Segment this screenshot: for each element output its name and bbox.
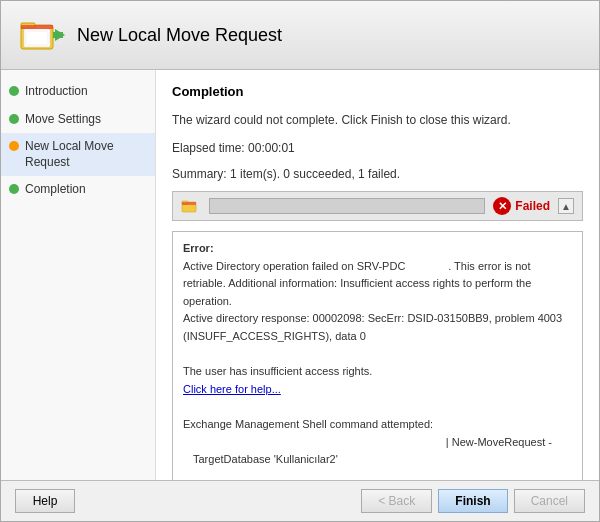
dot-completion [9,184,19,194]
finish-button[interactable]: Finish [438,489,507,513]
title-bar: New Local Move Request [1,1,599,70]
dot-move-settings [9,114,19,124]
dot-introduction [9,86,19,96]
item-icon [181,196,201,216]
sidebar-item-new-local-move[interactable]: New Local Move Request [1,133,155,176]
summary-label: Summary: 1 item(s). 0 succeeded, 1 faile… [172,167,583,181]
error-body: Active Directory operation failed on SRV… [183,258,572,346]
error-title: Error: [183,240,572,258]
failed-badge: ✕ Failed [493,197,550,215]
content-area: Completion The wizard could not complete… [156,70,599,480]
footer: Help < Back Finish Cancel [1,480,599,521]
collapse-button[interactable]: ▲ [558,198,574,214]
error-box: Error: Active Directory operation failed… [172,231,583,480]
sidebar-item-move-settings[interactable]: Move Settings [1,106,155,134]
section-title: Completion [172,84,583,99]
help-button[interactable]: Help [15,489,75,513]
sidebar: Introduction Move Settings New Local Mov… [1,70,156,480]
svg-rect-6 [53,32,63,38]
svg-rect-3 [26,31,48,45]
elapsed-label: Elapsed time: 00:00:01 [172,139,583,157]
window: New Local Move Request Introduction Move… [0,0,600,522]
main-area: Introduction Move Settings New Local Mov… [1,70,599,480]
svg-rect-9 [182,202,196,205]
footer-buttons: < Back Finish Cancel [361,489,585,513]
failed-x-icon: ✕ [493,197,511,215]
cancel-button[interactable]: Cancel [514,489,585,513]
app-icon [17,11,65,59]
shell-label: Exchange Management Shell command attemp… [183,416,572,434]
back-button[interactable]: < Back [361,489,432,513]
target-db: TargetDatabase 'Kullanicılar2' [183,451,572,469]
shell-command: | New-MoveRequest - [183,434,572,452]
progress-row: ✕ Failed ▲ [172,191,583,221]
page-title: New Local Move Request [77,25,282,46]
svg-rect-4 [21,25,53,29]
progress-bar [209,198,485,214]
completion-message: The wizard could not complete. Click Fin… [172,111,583,129]
access-rights-text: The user has insufficient access rights. [183,363,572,381]
dot-new-local-move [9,141,19,151]
help-link[interactable]: Click here for help... [183,381,572,399]
sidebar-item-introduction[interactable]: Introduction [1,78,155,106]
sidebar-item-completion[interactable]: Completion [1,176,155,204]
